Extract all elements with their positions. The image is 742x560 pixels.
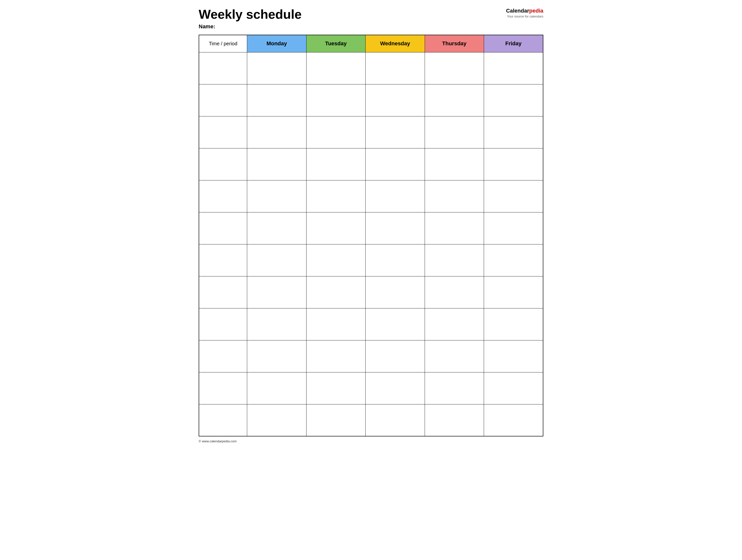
schedule-cell[interactable] xyxy=(366,116,425,148)
title-area: Weekly schedule Name: xyxy=(199,7,302,30)
schedule-cell[interactable] xyxy=(425,404,484,436)
time-cell[interactable] xyxy=(199,404,247,436)
schedule-cell[interactable] xyxy=(366,308,425,340)
schedule-cell[interactable] xyxy=(484,180,543,212)
schedule-cell[interactable] xyxy=(366,244,425,276)
schedule-cell[interactable] xyxy=(425,340,484,372)
schedule-cell[interactable] xyxy=(366,276,425,308)
time-cell[interactable] xyxy=(199,308,247,340)
schedule-cell[interactable] xyxy=(247,276,306,308)
schedule-cell[interactable] xyxy=(247,404,306,436)
time-cell[interactable] xyxy=(199,212,247,244)
schedule-cell[interactable] xyxy=(306,404,365,436)
time-cell[interactable] xyxy=(199,276,247,308)
schedule-cell[interactable] xyxy=(247,52,306,84)
header-section: Weekly schedule Name: Calendarpedia Your… xyxy=(199,7,543,30)
table-row[interactable] xyxy=(199,372,543,404)
table-row[interactable] xyxy=(199,244,543,276)
page-title: Weekly schedule xyxy=(199,7,302,21)
schedule-cell[interactable] xyxy=(484,244,543,276)
time-cell[interactable] xyxy=(199,340,247,372)
schedule-cell[interactable] xyxy=(484,212,543,244)
schedule-cell[interactable] xyxy=(484,52,543,84)
friday-header: Friday xyxy=(484,35,543,52)
time-cell[interactable] xyxy=(199,244,247,276)
table-row[interactable] xyxy=(199,276,543,308)
schedule-cell[interactable] xyxy=(306,180,365,212)
schedule-cell[interactable] xyxy=(484,372,543,404)
schedule-cell[interactable] xyxy=(484,276,543,308)
wednesday-header: Wednesday xyxy=(366,35,425,52)
schedule-cell[interactable] xyxy=(306,244,365,276)
logo-tagline: Your source for calendars xyxy=(506,14,543,19)
schedule-cell[interactable] xyxy=(425,372,484,404)
time-cell[interactable] xyxy=(199,372,247,404)
schedule-cell[interactable] xyxy=(425,52,484,84)
table-body xyxy=(199,52,543,436)
table-row[interactable] xyxy=(199,84,543,116)
table-header: Time / period Monday Tuesday Wednesday T… xyxy=(199,35,543,52)
schedule-cell[interactable] xyxy=(366,404,425,436)
schedule-cell[interactable] xyxy=(306,212,365,244)
schedule-table: Time / period Monday Tuesday Wednesday T… xyxy=(199,35,543,436)
schedule-cell[interactable] xyxy=(247,116,306,148)
table-row[interactable] xyxy=(199,212,543,244)
table-row[interactable] xyxy=(199,340,543,372)
schedule-cell[interactable] xyxy=(306,372,365,404)
schedule-cell[interactable] xyxy=(366,340,425,372)
schedule-cell[interactable] xyxy=(366,180,425,212)
tuesday-header: Tuesday xyxy=(306,35,365,52)
table-row[interactable] xyxy=(199,308,543,340)
schedule-cell[interactable] xyxy=(306,52,365,84)
name-label: Name: xyxy=(199,23,302,30)
schedule-cell[interactable] xyxy=(306,340,365,372)
schedule-cell[interactable] xyxy=(306,84,365,116)
schedule-cell[interactable] xyxy=(484,148,543,180)
schedule-cell[interactable] xyxy=(425,276,484,308)
schedule-cell[interactable] xyxy=(425,244,484,276)
page-wrapper: Weekly schedule Name: Calendarpedia Your… xyxy=(199,7,543,443)
schedule-cell[interactable] xyxy=(484,308,543,340)
time-cell[interactable] xyxy=(199,180,247,212)
time-period-header: Time / period xyxy=(199,35,247,52)
schedule-cell[interactable] xyxy=(247,244,306,276)
time-cell[interactable] xyxy=(199,116,247,148)
schedule-cell[interactable] xyxy=(425,84,484,116)
schedule-cell[interactable] xyxy=(425,148,484,180)
schedule-cell[interactable] xyxy=(484,84,543,116)
table-row[interactable] xyxy=(199,404,543,436)
schedule-cell[interactable] xyxy=(484,340,543,372)
time-cell[interactable] xyxy=(199,148,247,180)
schedule-cell[interactable] xyxy=(247,308,306,340)
schedule-cell[interactable] xyxy=(247,84,306,116)
header-row: Time / period Monday Tuesday Wednesday T… xyxy=(199,35,543,52)
schedule-cell[interactable] xyxy=(366,212,425,244)
schedule-cell[interactable] xyxy=(425,180,484,212)
schedule-cell[interactable] xyxy=(306,148,365,180)
time-cell[interactable] xyxy=(199,84,247,116)
schedule-cell[interactable] xyxy=(247,180,306,212)
time-cell[interactable] xyxy=(199,52,247,84)
schedule-cell[interactable] xyxy=(306,308,365,340)
schedule-cell[interactable] xyxy=(247,372,306,404)
table-row[interactable] xyxy=(199,180,543,212)
schedule-cell[interactable] xyxy=(247,212,306,244)
logo-text: Calendarpedia xyxy=(506,7,543,14)
table-row[interactable] xyxy=(199,148,543,180)
schedule-cell[interactable] xyxy=(306,276,365,308)
schedule-cell[interactable] xyxy=(366,372,425,404)
schedule-cell[interactable] xyxy=(366,148,425,180)
schedule-cell[interactable] xyxy=(366,84,425,116)
schedule-cell[interactable] xyxy=(247,340,306,372)
monday-header: Monday xyxy=(247,35,306,52)
table-row[interactable] xyxy=(199,52,543,84)
schedule-cell[interactable] xyxy=(247,148,306,180)
schedule-cell[interactable] xyxy=(366,52,425,84)
schedule-cell[interactable] xyxy=(306,116,365,148)
schedule-cell[interactable] xyxy=(425,212,484,244)
schedule-cell[interactable] xyxy=(484,404,543,436)
schedule-cell[interactable] xyxy=(425,116,484,148)
schedule-cell[interactable] xyxy=(425,308,484,340)
table-row[interactable] xyxy=(199,116,543,148)
schedule-cell[interactable] xyxy=(484,116,543,148)
